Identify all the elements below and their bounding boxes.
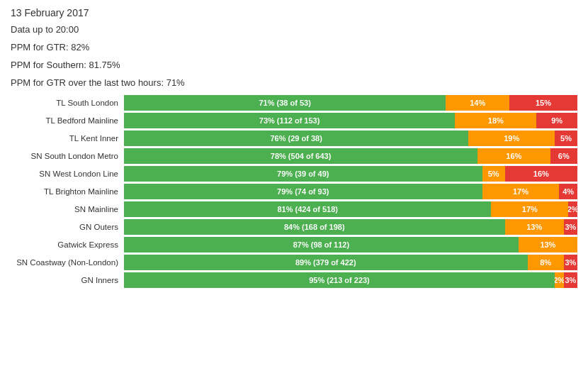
table-row: TL Bedford Mainline73% (112 of 153)18%9% bbox=[11, 113, 577, 128]
bar-orange: 17% bbox=[491, 201, 568, 217]
bar-red: 2% bbox=[568, 201, 577, 217]
bar-red: 3% bbox=[564, 255, 577, 270]
bar-red: 4% bbox=[559, 184, 577, 199]
bar-container: 71% (38 of 53)14%15% bbox=[124, 95, 577, 111]
bar-container: 73% (112 of 153)18%9% bbox=[124, 113, 577, 128]
bar-orange: 2% bbox=[555, 272, 564, 288]
bar-green: 79% (39 of 49) bbox=[124, 166, 482, 182]
bar-red: 5% bbox=[555, 131, 577, 146]
row-label: TL Kent Inner bbox=[11, 134, 124, 143]
bar-red: 6% bbox=[550, 148, 577, 164]
bar-container: 81% (424 of 518)17%2% bbox=[124, 201, 577, 217]
bar-orange: 17% bbox=[482, 184, 560, 199]
bar-red: 16% bbox=[505, 166, 577, 182]
bar-orange: 13% bbox=[519, 237, 577, 252]
chart-container: TL South London71% (38 of 53)14%15%TL Be… bbox=[11, 95, 577, 288]
row-label: TL Bedford Mainline bbox=[11, 116, 124, 125]
bar-orange: 19% bbox=[468, 131, 555, 146]
ppm-gtr-value: 82% bbox=[71, 42, 89, 52]
table-row: TL Brighton Mainline79% (74 of 93)17%4% bbox=[11, 184, 577, 199]
bar-orange: 13% bbox=[505, 219, 564, 235]
bar-container: 84% (168 of 198)13%3% bbox=[124, 219, 577, 235]
bar-orange: 14% bbox=[446, 95, 509, 111]
bar-green: 81% (424 of 518) bbox=[124, 201, 491, 217]
bar-green: 76% (29 of 38) bbox=[124, 131, 468, 146]
row-label: TL Brighton Mainline bbox=[11, 187, 124, 196]
bar-container: 79% (74 of 93)17%4% bbox=[124, 184, 577, 199]
row-label: SN West London Line bbox=[11, 170, 124, 178]
row-label: Gatwick Express bbox=[11, 240, 124, 249]
table-row: TL South London71% (38 of 53)14%15% bbox=[11, 95, 577, 111]
bar-orange: 8% bbox=[528, 255, 564, 270]
table-row: GN Inners95% (213 of 223)2%3% bbox=[11, 272, 577, 288]
bar-red: 3% bbox=[564, 272, 577, 288]
row-label: SN South London Metro bbox=[11, 152, 124, 160]
bar-orange: 16% bbox=[477, 148, 550, 164]
ppm-gtr: PPM for GTR: 82% bbox=[11, 42, 577, 52]
data-up-to: Data up to 20:00 bbox=[11, 24, 577, 35]
header-section: 13 February 2017 Data up to 20:00 PPM fo… bbox=[11, 7, 577, 88]
table-row: SN Coastway (Non-London)89% (379 of 422)… bbox=[11, 255, 577, 270]
bar-red: 9% bbox=[536, 113, 577, 128]
table-row: SN South London Metro78% (504 of 643)16%… bbox=[11, 148, 577, 164]
bar-container: 79% (39 of 49)5%16% bbox=[124, 166, 577, 182]
data-up-to-label: Data up to bbox=[11, 24, 53, 35]
table-row: Gatwick Express87% (98 of 112)13% bbox=[11, 237, 577, 252]
table-row: SN West London Line79% (39 of 49)5%16% bbox=[11, 166, 577, 182]
date-label: 13 February 2017 bbox=[11, 7, 577, 18]
ppm-gtr-two-hours-label: PPM for GTR over the last two hours: bbox=[11, 77, 164, 88]
bar-red: 3% bbox=[564, 219, 577, 235]
bar-green: 78% (504 of 643) bbox=[124, 148, 477, 164]
row-label: SN Coastway (Non-London) bbox=[11, 258, 124, 267]
bar-container: 76% (29 of 38)19%5% bbox=[124, 131, 577, 146]
bar-green: 79% (74 of 93) bbox=[124, 184, 482, 199]
bar-container: 89% (379 of 422)8%3% bbox=[124, 255, 577, 270]
bar-container: 95% (213 of 223)2%3% bbox=[124, 272, 577, 288]
bar-green: 89% (379 of 422) bbox=[124, 255, 528, 270]
table-row: SN Mainline81% (424 of 518)17%2% bbox=[11, 201, 577, 217]
bar-green: 84% (168 of 198) bbox=[124, 219, 505, 235]
bar-green: 71% (38 of 53) bbox=[124, 95, 446, 111]
bar-orange: 5% bbox=[482, 166, 505, 182]
row-label: GN Outers bbox=[11, 223, 124, 231]
ppm-southern: PPM for Southern: 81.75% bbox=[11, 60, 577, 70]
bar-container: 78% (504 of 643)16%6% bbox=[124, 148, 577, 164]
bar-green: 73% (112 of 153) bbox=[124, 113, 455, 128]
ppm-gtr-label: PPM for GTR: bbox=[11, 42, 69, 52]
table-row: GN Outers84% (168 of 198)13%3% bbox=[11, 219, 577, 235]
row-label: GN Inners bbox=[11, 276, 124, 284]
ppm-gtr-two-hours-value: 71% bbox=[166, 77, 185, 88]
table-row: TL Kent Inner76% (29 of 38)19%5% bbox=[11, 131, 577, 146]
bar-orange: 18% bbox=[455, 113, 536, 128]
bar-container: 87% (98 of 112)13% bbox=[124, 237, 577, 252]
bar-green: 87% (98 of 112) bbox=[124, 237, 519, 252]
ppm-gtr-two-hours: PPM for GTR over the last two hours: 71% bbox=[11, 77, 577, 88]
row-label: TL South London bbox=[11, 99, 124, 107]
data-time: 20:00 bbox=[56, 24, 79, 35]
row-label: SN Mainline bbox=[11, 205, 124, 213]
bar-green: 95% (213 of 223) bbox=[124, 272, 555, 288]
bar-red: 15% bbox=[509, 95, 577, 111]
